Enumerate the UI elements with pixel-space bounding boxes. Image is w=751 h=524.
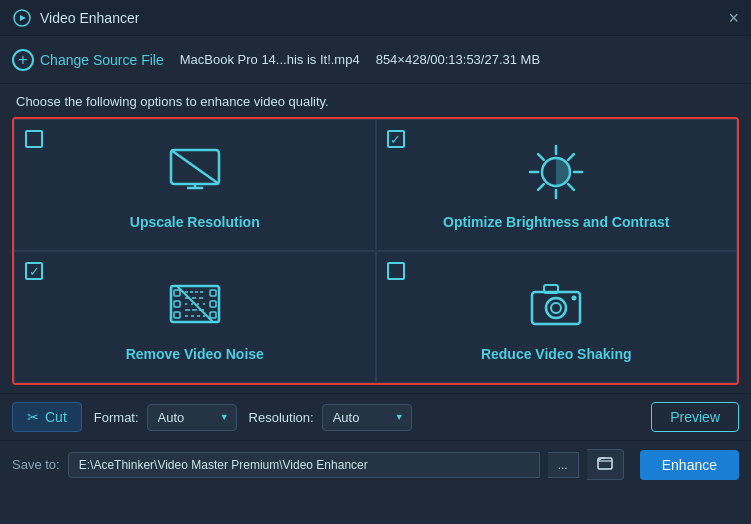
- cut-button[interactable]: ✂ Cut: [12, 402, 82, 432]
- resolution-label: Resolution:: [249, 410, 314, 425]
- source-filename: MacBook Pro 14...his is It!.mp4: [180, 52, 360, 67]
- option-remove-noise[interactable]: Remove Video Noise: [14, 251, 376, 383]
- svg-rect-21: [210, 312, 216, 318]
- app-icon: [12, 8, 32, 28]
- plus-circle-icon: +: [12, 49, 34, 71]
- bottom-toolbar: ✂ Cut Format: Auto Resolution: Auto Prev…: [0, 393, 751, 440]
- format-select-wrapper[interactable]: Auto: [147, 404, 237, 431]
- svg-rect-17: [174, 301, 180, 307]
- save-path-display: E:\AceThinker\Video Master Premium\Video…: [68, 452, 540, 478]
- camera-icon: [524, 272, 588, 336]
- save-path-dots-button[interactable]: ...: [548, 452, 579, 478]
- format-label: Format:: [94, 410, 139, 425]
- title-bar-left: Video Enhancer: [12, 8, 139, 28]
- cut-label: Cut: [45, 409, 67, 425]
- option-reduce-shaking[interactable]: Reduce Video Shaking: [376, 251, 738, 383]
- brightness-icon: [524, 140, 588, 204]
- checkbox-optimize-brightness[interactable]: [387, 130, 405, 148]
- svg-rect-19: [210, 290, 216, 296]
- svg-rect-16: [174, 290, 180, 296]
- resolution-select[interactable]: Auto: [322, 404, 412, 431]
- instructions-text: Choose the following options to enhance …: [0, 84, 751, 117]
- preview-button[interactable]: Preview: [651, 402, 739, 432]
- svg-point-31: [551, 303, 561, 313]
- option-upscale-resolution[interactable]: Upscale Resolution: [14, 119, 376, 251]
- scissors-icon: ✂: [27, 409, 39, 425]
- option-noise-label: Remove Video Noise: [126, 346, 264, 362]
- checkbox-remove-noise[interactable]: [25, 262, 43, 280]
- resolution-group: Resolution: Auto: [249, 404, 412, 431]
- svg-rect-20: [210, 301, 216, 307]
- app-title: Video Enhancer: [40, 10, 139, 26]
- svg-line-13: [568, 154, 574, 160]
- checkbox-reduce-shaking[interactable]: [387, 262, 405, 280]
- format-group: Format: Auto: [94, 404, 237, 431]
- enhance-button[interactable]: Enhance: [640, 450, 739, 480]
- option-brightness-label: Optimize Brightness and Contrast: [443, 214, 669, 230]
- svg-rect-18: [174, 312, 180, 318]
- source-bar: + Change Source File MacBook Pro 14...hi…: [0, 36, 751, 84]
- save-to-label: Save to:: [12, 457, 60, 472]
- monitor-slash-icon: [163, 140, 227, 204]
- svg-point-32: [572, 296, 577, 301]
- svg-point-30: [546, 298, 566, 318]
- option-shaking-label: Reduce Video Shaking: [481, 346, 632, 362]
- film-noise-icon: [163, 272, 227, 336]
- svg-marker-1: [20, 15, 26, 21]
- change-source-button[interactable]: + Change Source File: [12, 49, 164, 71]
- option-upscale-label: Upscale Resolution: [130, 214, 260, 230]
- format-select[interactable]: Auto: [147, 404, 237, 431]
- svg-line-12: [568, 184, 574, 190]
- svg-line-3: [171, 150, 219, 184]
- source-meta: 854×428/00:13:53/27.31 MB: [376, 52, 540, 67]
- option-optimize-brightness[interactable]: Optimize Brightness and Contrast: [376, 119, 738, 251]
- save-bar: Save to: E:\AceThinker\Video Master Prem…: [0, 440, 751, 488]
- close-button[interactable]: ×: [728, 9, 739, 27]
- checkbox-upscale-resolution[interactable]: [25, 130, 43, 148]
- title-bar: Video Enhancer ×: [0, 0, 751, 36]
- change-source-label: Change Source File: [40, 52, 164, 68]
- save-folder-button[interactable]: [587, 449, 624, 480]
- svg-line-11: [538, 154, 544, 160]
- svg-line-14: [538, 184, 544, 190]
- options-grid: Upscale Resolution Optimize Brightness a…: [12, 117, 739, 385]
- resolution-select-wrapper[interactable]: Auto: [322, 404, 412, 431]
